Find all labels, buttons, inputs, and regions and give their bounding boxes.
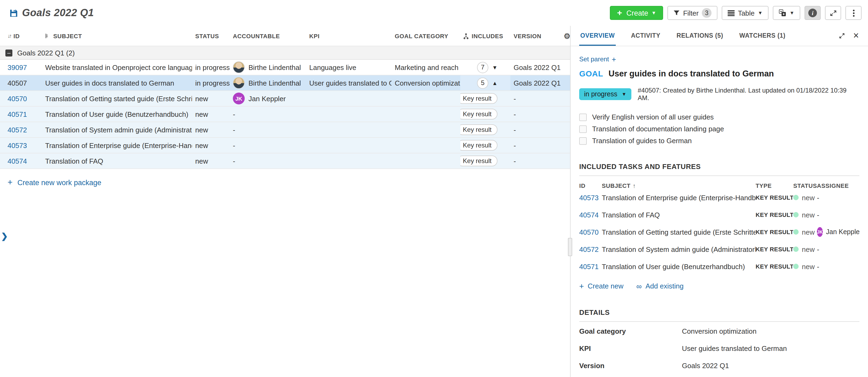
version-cell[interactable]: - — [510, 126, 560, 134]
panel-tab[interactable]: OVERVIEW — [579, 26, 616, 46]
save-view-icon[interactable] — [10, 9, 18, 17]
create-work-package-link[interactable]: + Create new work package — [7, 178, 101, 187]
info-panel-button[interactable]: i — [805, 6, 821, 20]
version-cell[interactable]: - — [510, 141, 560, 149]
table-row[interactable]: 40573 Translation of Enterprise guide (E… — [0, 138, 570, 153]
table-row[interactable]: 40507 User guides in docs translated to … — [0, 75, 570, 91]
key-result-chip[interactable]: Key result — [460, 140, 497, 151]
accountable-cell[interactable]: - — [230, 141, 306, 149]
checkbox[interactable] — [579, 137, 587, 145]
panel-tab[interactable]: RELATIONS (5) — [676, 26, 724, 46]
included-column-assignee[interactable]: ASSIGNEE — [817, 182, 859, 189]
column-header-id[interactable]: ↓↑ ID — [0, 33, 42, 39]
sidebar-expand-chevron[interactable]: ❯ — [1, 231, 8, 241]
included-task-id-link[interactable]: 40571 — [579, 262, 598, 270]
version-cell[interactable]: - — [510, 157, 560, 165]
group-row[interactable]: – Goals 2022 Q1 (2) — [0, 46, 570, 60]
included-task-row[interactable]: 40574 Translation of FAQ KEY RESULT new … — [579, 206, 859, 223]
status-cell[interactable]: in progress — [192, 63, 230, 71]
version-cell[interactable]: - — [510, 94, 560, 103]
includes-cell[interactable]: Key result — [460, 93, 510, 104]
work-package-subject[interactable]: Translation of Enterprise guide (Enterpr… — [42, 141, 192, 149]
group-collapse-icon[interactable]: – — [5, 49, 12, 56]
included-task-id-link[interactable]: 40570 — [579, 228, 598, 236]
includes-cell[interactable]: Key result — [460, 109, 510, 119]
checkbox[interactable] — [579, 125, 587, 133]
status-cell[interactable]: new — [192, 126, 230, 134]
filter-button[interactable]: Filter 3 — [668, 6, 717, 20]
included-task-row[interactable]: 40572 Translation of System admin guide … — [579, 240, 859, 258]
accountable-cell[interactable]: - — [230, 110, 306, 118]
status-cell[interactable]: new — [192, 94, 230, 103]
more-options-button[interactable] — [845, 6, 862, 20]
work-package-subject[interactable]: Translation of FAQ — [42, 157, 192, 165]
detail-value[interactable]: User guides translated to German — [682, 344, 859, 352]
table-row[interactable]: 40570 Translation of Getting started gui… — [0, 91, 570, 107]
included-task-row[interactable]: 40573 Translation of Enterprise guide (E… — [579, 189, 859, 206]
version-cell[interactable]: Goals 2022 Q1 — [510, 79, 560, 87]
key-result-chip[interactable]: Key result — [460, 109, 497, 119]
column-header-accountable[interactable]: ACCOUNTABLE — [230, 33, 306, 39]
accountable-cell[interactable]: - — [230, 157, 306, 165]
status-cell[interactable]: new — [192, 110, 230, 118]
work-package-subject[interactable]: Translation of System admin guide (Admin… — [42, 126, 192, 134]
work-package-id-link[interactable]: 40572 — [7, 126, 27, 134]
included-column-status[interactable]: STATUS — [793, 182, 817, 189]
add-existing-link[interactable]: ∞Add existing — [637, 282, 684, 291]
goal-category-cell[interactable]: Conversion optimization — [392, 79, 460, 87]
close-icon[interactable]: × — [849, 26, 863, 46]
column-header-includes[interactable]: INCLUDES — [460, 33, 510, 39]
included-task-id-link[interactable]: 40573 — [579, 194, 598, 202]
included-task-row[interactable]: 40570 Translation of Getting started gui… — [579, 223, 859, 240]
work-package-subject[interactable]: Website translated in Openproject core l… — [42, 63, 192, 71]
column-header-goal-category[interactable]: GOAL CATEGORY — [392, 33, 460, 39]
status-cell[interactable]: in progress — [192, 79, 230, 87]
includes-cell[interactable]: Key result — [460, 155, 510, 166]
includes-cell[interactable]: 7▼ — [460, 62, 510, 73]
work-package-subject[interactable]: Translation of Getting started guide (Er… — [42, 94, 192, 103]
work-package-id-link[interactable]: 40571 — [7, 110, 27, 118]
version-cell[interactable]: - — [510, 110, 560, 118]
includes-cell[interactable]: Key result — [460, 140, 510, 151]
included-column-id[interactable]: ID — [579, 182, 602, 189]
status-cell[interactable]: new — [192, 141, 230, 149]
column-header-kpi[interactable]: KPI — [306, 33, 392, 39]
table-settings-gear-icon[interactable]: ⚙ — [564, 31, 570, 40]
checkbox[interactable] — [579, 113, 587, 121]
detail-value[interactable]: Conversion optimization — [682, 327, 859, 335]
accountable-cell[interactable]: JKJan Keppler — [230, 93, 306, 105]
includes-cell[interactable]: Key result — [460, 124, 510, 135]
column-header-status[interactable]: STATUS — [192, 33, 230, 39]
work-package-id-link[interactable]: 40570 — [7, 94, 27, 103]
work-package-title[interactable]: User guides in docs translated to German — [609, 69, 774, 79]
work-package-subject[interactable]: Translation of User guide (Benutzerhandb… — [42, 110, 192, 118]
included-task-id-link[interactable]: 40574 — [579, 211, 598, 219]
table-row[interactable]: 40571 Translation of User guide (Benutze… — [0, 107, 570, 122]
accountable-cell[interactable]: - — [230, 126, 306, 134]
create-new-link[interactable]: +Create new — [579, 282, 624, 291]
status-cell[interactable]: new — [192, 157, 230, 165]
table-row[interactable]: 39097 Website translated in Openproject … — [0, 60, 570, 75]
included-column-subject[interactable]: SUBJECT↑ — [602, 182, 755, 189]
panel-tab[interactable]: ACTIVITY — [630, 26, 661, 46]
key-result-chip[interactable]: Key result — [460, 155, 497, 166]
detail-value[interactable]: Goals 2022 Q1 — [682, 362, 859, 370]
display-table-button[interactable]: Table▼ — [722, 6, 769, 20]
panel-resize-grip[interactable] — [568, 238, 572, 256]
key-result-chip[interactable]: Key result — [460, 93, 497, 104]
column-header-version[interactable]: VERSION — [510, 33, 560, 39]
panel-tab[interactable]: WATCHERS (1) — [738, 26, 786, 46]
version-cell[interactable]: Goals 2022 Q1 — [510, 63, 560, 71]
included-column-type[interactable]: TYPE — [755, 182, 793, 189]
work-package-id-link[interactable]: 40573 — [7, 141, 27, 149]
table-row[interactable]: 40574 Translation of FAQ new - Key resul… — [0, 153, 570, 169]
includes-count-badge[interactable]: 7 — [477, 62, 488, 73]
included-task-row[interactable]: 40571 Translation of User guide (Benutze… — [579, 258, 859, 275]
fullscreen-button[interactable] — [825, 6, 841, 20]
column-header-subject[interactable]: SUBJECT — [42, 33, 192, 39]
work-package-id-link[interactable]: 40507 — [7, 79, 27, 87]
included-task-id-link[interactable]: 40572 — [579, 245, 598, 253]
includes-cell[interactable]: 5▲ — [460, 75, 510, 90]
work-package-subject[interactable]: User guides in docs translated to German — [42, 79, 192, 87]
status-dropdown[interactable]: in progress▼ — [579, 88, 631, 100]
